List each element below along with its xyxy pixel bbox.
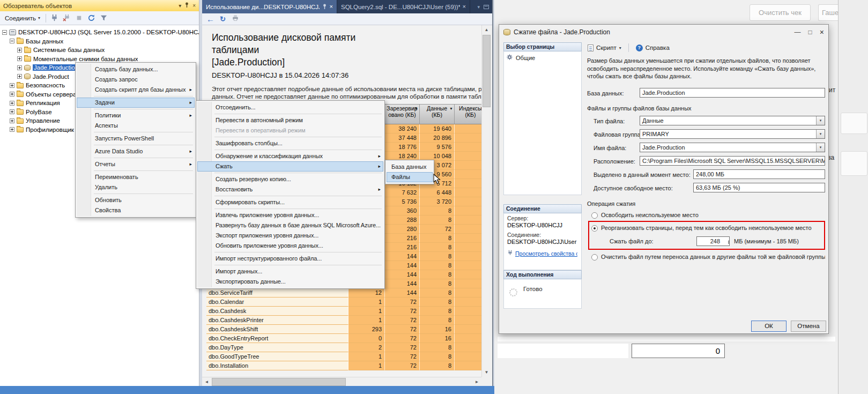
expander-icon[interactable] xyxy=(17,48,22,53)
menu-item[interactable]: Аспекты xyxy=(77,121,195,131)
script-button[interactable]: Скрипт ▾ xyxy=(585,43,624,53)
expander-icon[interactable] xyxy=(10,127,14,132)
back-icon[interactable]: ← xyxy=(206,15,214,23)
vertical-scrollbar[interactable]: ▲ ▼ xyxy=(481,25,491,377)
dialog-titlebar[interactable]: Сжатие файла - Jade.Production — □ × xyxy=(499,25,828,40)
expander-icon[interactable] xyxy=(17,56,22,61)
menu-item[interactable]: Развернуть базу данных в базе данных SQL… xyxy=(197,220,383,231)
column-header-data[interactable]: Данные (КБ)▼ xyxy=(420,104,455,124)
menu-item[interactable]: Извлечь приложение уровня данных... xyxy=(197,210,383,220)
expander-icon[interactable] xyxy=(10,101,14,106)
radio-reorganize-pages[interactable] xyxy=(591,225,598,232)
scroll-down-icon[interactable]: ▼ xyxy=(482,368,491,377)
tab-list-chevron-icon[interactable]: ▾ xyxy=(477,4,480,10)
filegroup-select[interactable]: PRIMARY▾ xyxy=(640,129,825,139)
expander-icon[interactable] xyxy=(10,83,14,88)
menu-item[interactable]: Задачи▸ xyxy=(77,98,195,108)
table-row[interactable]: dbo.DayType2728 xyxy=(206,343,481,352)
menu-item[interactable]: Обновить xyxy=(77,195,195,205)
radio-release-unused-label[interactable]: Освободить неиспользуемое место xyxy=(601,212,699,218)
tree-item[interactable]: Базы данных xyxy=(0,37,199,46)
refresh-icon[interactable]: ↻ xyxy=(220,16,226,23)
page-item-general[interactable]: Общие xyxy=(504,51,581,64)
menu-item[interactable]: Переименовать xyxy=(77,172,195,182)
cancel-button[interactable]: Отмена xyxy=(791,321,826,332)
expander-icon[interactable] xyxy=(10,118,14,123)
menu-item[interactable]: Обнаружение и классификация данных▸ xyxy=(197,151,383,161)
menu-item[interactable]: Зашифровать столбцы... xyxy=(197,138,383,148)
ok-button[interactable]: ОК xyxy=(751,321,787,332)
menu-item[interactable]: Импорт данных... xyxy=(197,266,383,277)
menu-item[interactable]: Отчеты▸ xyxy=(77,159,195,169)
view-connection-properties-link[interactable]: Просмотреть свойства соединения xyxy=(515,250,577,257)
radio-reorganize-pages-label[interactable]: Реорганизовать страницы, перед тем как о… xyxy=(601,225,812,231)
minimize-icon[interactable]: — xyxy=(795,29,801,35)
radio-release-unused[interactable] xyxy=(591,212,598,219)
tree-item[interactable]: Системные базы данных xyxy=(0,46,199,55)
table-row[interactable]: dbo.Cashdesk1728 xyxy=(206,307,481,316)
close-icon[interactable]: × xyxy=(820,29,824,35)
connect-dropdown[interactable]: Соединить ▾ xyxy=(3,14,42,23)
window-list-icon[interactable] xyxy=(484,5,489,9)
maximize-icon[interactable]: □ xyxy=(808,29,812,35)
close-icon[interactable]: × xyxy=(192,3,196,9)
file-type-select[interactable]: Данные▾ xyxy=(640,116,825,125)
radio-empty-file-label[interactable]: Очистить файл путем переноса данных в др… xyxy=(601,254,825,260)
tab-disk-usage-report[interactable]: Использование ди...DESKTOP-U80HCJJ × xyxy=(202,0,337,13)
table-row[interactable]: dbo.GoodTypeTree1728 xyxy=(206,352,481,361)
menu-item[interactable]: База данных xyxy=(387,162,433,172)
scroll-left-icon[interactable]: ◄ xyxy=(202,377,211,386)
table-row[interactable]: dbo.Installation1728 xyxy=(206,361,481,370)
menu-item[interactable]: Отсоединить... xyxy=(197,102,383,113)
help-button[interactable]: ? Справка xyxy=(633,43,672,53)
expander-icon[interactable] xyxy=(10,39,14,43)
menu-item[interactable]: Файлы xyxy=(387,172,433,182)
menu-item[interactable]: Сжать▸ xyxy=(197,161,383,172)
expander-icon[interactable] xyxy=(10,92,14,96)
file-name-select[interactable]: Jade.Production▾ xyxy=(640,143,825,152)
pin-icon[interactable] xyxy=(322,4,327,10)
menu-item[interactable]: Свойства xyxy=(77,205,195,215)
clipped-button[interactable]: Гаше xyxy=(818,4,838,21)
menu-item[interactable]: Восстановить▸ xyxy=(197,184,383,195)
close-icon[interactable]: × xyxy=(463,4,466,10)
menu-item[interactable]: Удалить xyxy=(77,182,195,192)
background-field[interactable] xyxy=(498,344,628,358)
expander-icon[interactable] xyxy=(17,65,22,70)
menu-item[interactable]: Создать базу данных... xyxy=(77,64,195,75)
horizontal-scrollbar[interactable]: ◄ ► xyxy=(202,377,481,386)
filter-icon[interactable] xyxy=(99,13,109,23)
chevron-down-icon[interactable]: ▾ xyxy=(816,116,825,125)
window-position-icon[interactable]: ▾ xyxy=(179,3,181,9)
spin-down-icon[interactable] xyxy=(729,240,729,244)
stop-icon[interactable] xyxy=(74,13,84,23)
menu-item[interactable]: Создать запрос xyxy=(77,75,195,85)
menu-item[interactable]: Запустить PowerShell xyxy=(77,133,195,144)
scrollbar-thumb[interactable] xyxy=(483,35,491,107)
tab-sqlquery[interactable]: SQLQuery2.sql - DE...U80HCJJ\User (59))*… xyxy=(337,0,470,13)
column-header-indexes[interactable]: Индексы (КБ) xyxy=(455,104,481,124)
expander-icon[interactable] xyxy=(2,30,7,35)
disconnect-icon[interactable] xyxy=(62,13,72,23)
menu-item[interactable]: Импорт неструктурированного файла... xyxy=(197,254,383,264)
expander-icon[interactable] xyxy=(17,74,22,79)
shrink-to-spinner[interactable]: 248 xyxy=(696,236,730,246)
connect-plug-icon[interactable] xyxy=(49,13,60,23)
menu-item[interactable]: Экспортировать данные... xyxy=(197,277,383,287)
menu-item[interactable]: Сформировать скрипты... xyxy=(197,197,383,207)
close-icon[interactable]: × xyxy=(330,4,333,10)
column-header-reserved[interactable]: Зарезервировано (КБ)▼ xyxy=(385,104,420,124)
menu-item[interactable]: Перевести в оперативный режим xyxy=(197,125,383,136)
print-icon[interactable] xyxy=(231,14,240,24)
menu-item[interactable]: Перевести в автономный режим xyxy=(197,115,383,125)
chevron-down-icon[interactable]: ▾ xyxy=(816,143,825,152)
tree-item[interactable]: DESKTOP-U80HCJJ (SQL Server 15.0.2000 - … xyxy=(0,28,199,37)
table-row[interactable]: dbo.ServiceTariff121448 xyxy=(206,288,481,298)
table-row[interactable]: dbo.CheckEntryReport07216 xyxy=(206,334,481,343)
clipped-button[interactable] xyxy=(841,113,867,134)
scroll-right-icon[interactable]: ► xyxy=(472,377,481,386)
scroll-up-icon[interactable]: ▲ xyxy=(482,25,491,34)
menu-item[interactable]: Создать скрипт для базы данных▸ xyxy=(77,85,195,95)
expander-icon[interactable] xyxy=(10,109,14,114)
menu-item[interactable]: Экспорт приложения уровня данных... xyxy=(197,231,383,241)
